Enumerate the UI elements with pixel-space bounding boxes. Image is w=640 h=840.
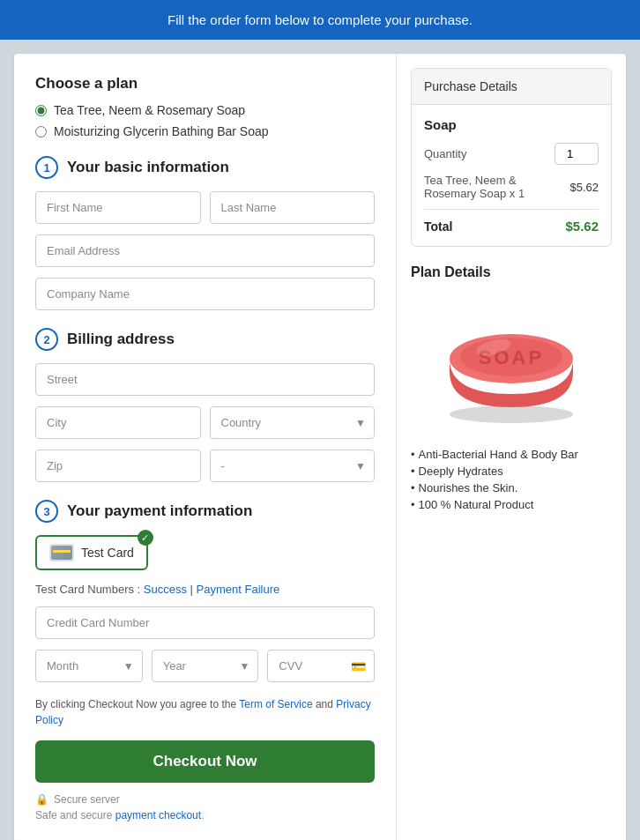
test-card-numbers: Test Card Numbers : Success | Payment Fa…: [35, 583, 375, 596]
failure-link[interactable]: Payment Failure: [197, 583, 280, 596]
checkout-label: Checkout Now: [153, 753, 257, 769]
total-label: Total: [424, 219, 452, 234]
item-row: Tea Tree, Neem &Rosemary Soap x 1 $5.62: [424, 174, 599, 200]
company-input[interactable]: [35, 278, 375, 310]
lock-icon: 🔒: [35, 793, 48, 806]
email-row: [35, 234, 375, 267]
feature-4: 100 % Natural Product: [411, 496, 612, 513]
email-field: [35, 234, 375, 267]
top-banner: Fill the order form below to complete yo…: [0, 0, 640, 40]
secure-text: Safe and secure payment checkout.: [35, 809, 375, 821]
plan-radio-2[interactable]: [35, 126, 47, 138]
quantity-row: Quantity: [424, 143, 599, 165]
step-1-header: 1 Your basic information: [35, 156, 375, 179]
feature-2: Deeply Hydrates: [411, 463, 612, 479]
email-input[interactable]: [35, 234, 375, 267]
step-3-label: Your payment information: [67, 502, 252, 520]
month-select[interactable]: Month January February March April May J…: [35, 650, 143, 682]
card-label: Test Card: [81, 546, 134, 560]
soap-svg: SOAP: [423, 301, 599, 425]
city-field: [35, 406, 201, 439]
cc-row: [35, 606, 375, 639]
street-field: [35, 363, 375, 396]
cvv-card-icon: 💳: [351, 659, 366, 673]
step-1-label: Your basic information: [67, 159, 229, 176]
choose-plan-title: Choose a plan: [35, 75, 375, 93]
step-2-label: Billing address: [67, 331, 175, 348]
svg-point-0: [450, 405, 573, 423]
total-row: Total $5.62: [424, 219, 599, 234]
state-wrapper: - ▼: [210, 450, 376, 482]
terms-link[interactable]: Term of Service: [239, 698, 312, 710]
terms-text: By clicking Checkout Now you agree to th…: [35, 696, 375, 728]
plan-option-2[interactable]: Moisturizing Glycerin Bathing Bar Soap: [35, 124, 375, 138]
plan-details-title: Plan Details: [411, 264, 612, 280]
zip-input[interactable]: [35, 450, 201, 482]
card-icon: [49, 544, 74, 561]
terms-middle: and: [313, 698, 337, 710]
card-checkmark-icon: ✓: [138, 530, 153, 546]
right-panel: Purchase Details Soap Quantity Tea Tree,…: [397, 54, 626, 840]
cc-field: [35, 606, 375, 639]
card-icon-inner: [51, 546, 72, 560]
city-country-row: Country United States United Kingdom Can…: [35, 406, 375, 439]
plan-features: Anti-Bacterial Hand & Body Bar Deeply Hy…: [411, 446, 612, 513]
expiry-row: Month January February March April May J…: [35, 650, 375, 682]
company-field: [35, 278, 375, 310]
month-wrapper: Month January February March April May J…: [35, 650, 143, 682]
first-name-field: [35, 191, 201, 224]
step-3-header: 3 Your payment information: [35, 500, 375, 523]
checkout-button[interactable]: Checkout Now: [35, 740, 375, 783]
purchase-details-box: Purchase Details Soap Quantity Tea Tree,…: [411, 68, 612, 247]
total-divider: [424, 209, 599, 210]
step-2-circle: 2: [35, 328, 58, 351]
city-input[interactable]: [35, 406, 201, 439]
name-row: [35, 191, 375, 224]
quantity-input[interactable]: [554, 143, 599, 165]
secure-server: 🔒 Secure server: [35, 793, 375, 806]
quantity-label: Quantity: [424, 147, 466, 160]
pipe-separator: |: [187, 583, 197, 596]
secure-label: Secure server: [54, 793, 120, 806]
country-select[interactable]: Country United States United Kingdom Can…: [210, 406, 376, 439]
feature-1: Anti-Bacterial Hand & Body Bar: [411, 446, 612, 463]
street-row: [35, 363, 375, 396]
street-input[interactable]: [35, 363, 375, 396]
safe-suffix: .: [201, 809, 204, 821]
step-1-circle: 1: [35, 156, 58, 179]
success-link[interactable]: Success: [144, 583, 187, 596]
company-row: [35, 278, 375, 310]
year-select[interactable]: Year 2024 2025 2026 2027 2028: [152, 650, 259, 682]
terms-prefix: By clicking Checkout Now you agree to th…: [35, 698, 239, 710]
total-amount: $5.62: [565, 219, 599, 234]
step-3-circle: 3: [35, 500, 58, 523]
test-card-prefix: Test Card Numbers :: [35, 583, 144, 596]
plan-radio-1[interactable]: [35, 105, 47, 116]
first-name-input[interactable]: [35, 191, 201, 224]
zip-field: [35, 450, 201, 482]
payment-checkout-link[interactable]: payment checkout: [115, 809, 201, 821]
year-wrapper: Year 2024 2025 2026 2027 2028 ▼: [152, 650, 259, 682]
state-select[interactable]: -: [210, 450, 376, 482]
item-label: Tea Tree, Neem &Rosemary Soap x 1: [424, 174, 525, 200]
cc-input[interactable]: [35, 606, 375, 639]
cvv-wrapper: 💳: [267, 650, 375, 682]
last-name-input[interactable]: [210, 191, 376, 224]
purchase-details-header: Purchase Details: [412, 69, 611, 105]
item-price: $5.62: [569, 181, 599, 194]
safe-prefix: Safe and secure: [35, 809, 115, 821]
purchase-details-body: Soap Quantity Tea Tree, Neem &Rosemary S…: [412, 105, 611, 246]
soap-image: SOAP: [411, 293, 612, 434]
country-wrapper: Country United States United Kingdom Can…: [210, 406, 376, 439]
card-option[interactable]: Test Card ✓: [35, 535, 148, 570]
plan-label-2: Moisturizing Glycerin Bathing Bar Soap: [54, 124, 269, 138]
step-2-header: 2 Billing address: [35, 328, 375, 351]
last-name-field: [210, 191, 376, 224]
left-panel: Choose a plan Tea Tree, Neem & Rosemary …: [14, 54, 397, 840]
banner-text: Fill the order form below to complete yo…: [167, 12, 473, 27]
plan-option-1[interactable]: Tea Tree, Neem & Rosemary Soap: [35, 103, 375, 117]
zip-state-row: - ▼: [35, 450, 375, 482]
plan-label-1: Tea Tree, Neem & Rosemary Soap: [54, 103, 245, 117]
product-name: Soap: [424, 117, 599, 132]
feature-3: Nourishes the Skin.: [411, 479, 612, 496]
